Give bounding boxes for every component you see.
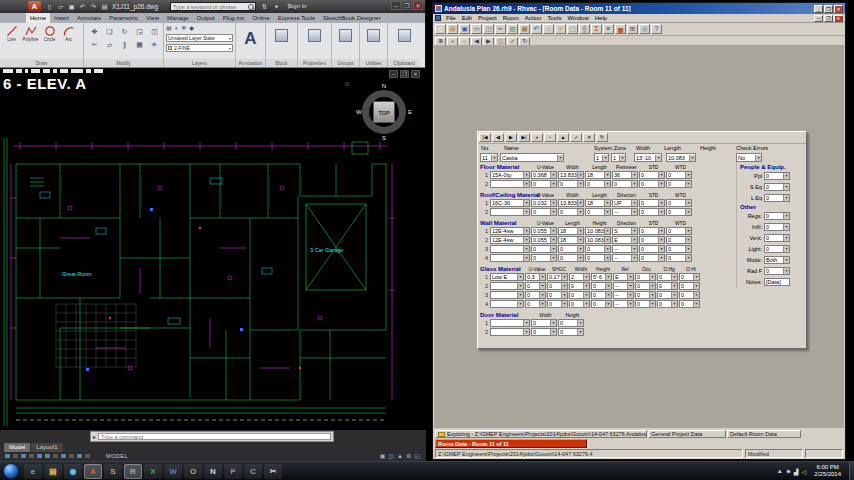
minimize-button[interactable]: ─ [391, 1, 401, 10]
value-cell[interactable]: 0.032 [531, 199, 557, 207]
room-name-field[interactable]: Casita [500, 153, 564, 162]
status-toggle-ducs[interactable] [60, 453, 67, 459]
child-close-button[interactable]: ✕ [834, 15, 843, 22]
annotation-visibility-icon[interactable]: ▲ [397, 452, 403, 460]
value-cell[interactable]: 0 [639, 199, 665, 207]
value-cell[interactable]: 0 [635, 300, 656, 308]
value-cell[interactable]: 0 [547, 282, 568, 290]
prev-record-button[interactable]: ◀ [492, 133, 504, 142]
menu-help[interactable]: Help [592, 15, 610, 21]
menu-project[interactable]: Project [475, 15, 500, 21]
value-cell[interactable]: -- [613, 282, 634, 290]
default-room-data-button[interactable]: Default Room Data [727, 430, 801, 438]
show-hidden-icons-icon[interactable]: ▲ [777, 468, 783, 475]
general-project-data-button[interactable]: General Project Data [648, 430, 726, 438]
properties-tool-icon[interactable] [308, 29, 321, 42]
material-select[interactable]: 12E-4sw [490, 227, 530, 235]
value-cell[interactable]: 0 [569, 282, 590, 290]
properties-panel-label[interactable]: Properties [298, 59, 331, 67]
taskbar-item-snipping-tool[interactable]: ✂ [264, 464, 282, 479]
value-cell[interactable]: 0 [591, 282, 612, 290]
explode-icon[interactable]: ✳ [147, 38, 162, 51]
viewcube[interactable]: ⌂ TOP N S W E [356, 84, 412, 140]
value-cell[interactable]: 0.055 [531, 236, 557, 244]
value-cell[interactable]: 0 [525, 282, 546, 290]
aux-value[interactable]: 0 [764, 194, 790, 202]
value-cell[interactable]: 0 [639, 227, 665, 235]
refresh-record-button[interactable]: ↻ [596, 133, 608, 142]
show-desktop-button[interactable] [849, 462, 854, 480]
value-cell[interactable]: 0 [531, 254, 557, 262]
load-calculation-icon[interactable]: Σ [591, 24, 602, 34]
status-toggle-otrack[interactable] [52, 453, 59, 459]
mode-select[interactable]: Both [764, 256, 790, 264]
general-project-data-icon[interactable]: ⌂ [543, 24, 554, 34]
copy-icon[interactable]: ❏ [102, 25, 117, 38]
room-width-field[interactable]: 13'-10 [634, 153, 662, 162]
value-cell[interactable]: 18 [585, 199, 611, 207]
taskbar-item-autocad[interactable]: A [84, 464, 102, 479]
notes-button[interactable]: [Data] [764, 278, 790, 286]
value-cell[interactable]: 0 [666, 171, 692, 179]
value-cell[interactable]: 10.083 [585, 236, 611, 244]
value-cell[interactable]: 0 [591, 291, 612, 299]
next-record-button[interactable]: ▶ [505, 133, 517, 142]
ribbon-tab-output[interactable]: Output [193, 13, 219, 23]
value-cell[interactable]: 0 [558, 245, 584, 253]
value-cell[interactable]: -- [613, 300, 634, 308]
viewcube-home-icon[interactable]: ⌂ [345, 80, 349, 87]
menu-window[interactable]: Window [564, 15, 591, 21]
print-icon[interactable]: ▭ [471, 24, 482, 34]
paste-icon[interactable]: ▦ [519, 24, 530, 34]
material-select[interactable]: 12E-4sw [490, 236, 530, 244]
value-cell[interactable]: 10.083 [585, 227, 611, 235]
child-document-icon[interactable] [435, 15, 441, 21]
aux-value[interactable]: 0 [764, 172, 790, 180]
taskbar-item-paint[interactable]: P [224, 464, 242, 479]
material-select[interactable] [490, 328, 530, 336]
block-panel-label[interactable]: Block [266, 59, 297, 67]
material-select[interactable] [490, 245, 530, 253]
value-cell[interactable]: 18 [558, 227, 584, 235]
value-cell[interactable]: 0 [657, 291, 678, 299]
zoom-icon[interactable]: ◎ [639, 24, 650, 34]
undo-icon[interactable]: ↶ [78, 2, 87, 11]
value-cell[interactable]: 13.833 [558, 199, 584, 207]
value-cell[interactable]: 0 [657, 282, 678, 290]
status-toggle-grid[interactable] [20, 453, 27, 459]
taskbar-item-windows-explorer[interactable]: ▤ [44, 464, 62, 479]
value-cell[interactable]: 0 [531, 319, 557, 327]
open-icon[interactable]: ▱ [56, 2, 65, 11]
value-cell[interactable]: 0 [639, 171, 665, 179]
material-select[interactable]: Low E [490, 273, 524, 281]
duct-data-icon[interactable]: ╬ [579, 24, 590, 34]
taskbar-item-notepad[interactable]: N [204, 464, 222, 479]
volume-icon[interactable]: ◁ [802, 468, 807, 475]
save-file-icon[interactable]: ▣ [459, 24, 470, 34]
value-cell[interactable]: 18 [585, 171, 611, 179]
value-cell[interactable]: 0 [547, 300, 568, 308]
plot-icon[interactable]: ▤ [100, 2, 109, 11]
value-cell[interactable]: 0.3 [525, 273, 546, 281]
taskbar-clock[interactable]: 6:00 PM 2/25/2014 [814, 464, 841, 478]
room-number-spinner[interactable]: 11 [480, 153, 498, 162]
menu-edit[interactable]: Edit [459, 15, 475, 21]
value-cell[interactable]: 0 [612, 180, 638, 188]
network-icon[interactable]: ▟ [794, 468, 799, 475]
exchange-apps-icon[interactable]: ⇅ [260, 2, 269, 11]
value-cell[interactable]: 0 [531, 180, 557, 188]
material-select[interactable] [490, 282, 524, 290]
drawing-close-button[interactable]: ✕ [411, 70, 420, 78]
action-center-icon[interactable]: ⚑ [786, 468, 791, 475]
explorer-task-button[interactable]: Exploring - Z:\GMEP Engineers\Projects\2… [435, 430, 647, 438]
status-toggle-lwt[interactable] [76, 453, 83, 459]
status-toggle-snap[interactable] [12, 453, 19, 459]
aux-value[interactable]: 0 [764, 212, 790, 220]
calculator-icon[interactable]: ⊞ [627, 24, 638, 34]
redo-icon[interactable]: ↷ [89, 2, 98, 11]
value-cell[interactable]: 0 [591, 300, 612, 308]
rhvac-titlebar[interactable]: Andalusia Plan 26.rh9 - Rhvac - [Room Da… [433, 3, 845, 14]
child-restore-button[interactable]: ❐ [824, 15, 833, 22]
sign-in-menu[interactable]: Sign In [288, 3, 307, 9]
help-icon[interactable]: ? [651, 24, 662, 34]
